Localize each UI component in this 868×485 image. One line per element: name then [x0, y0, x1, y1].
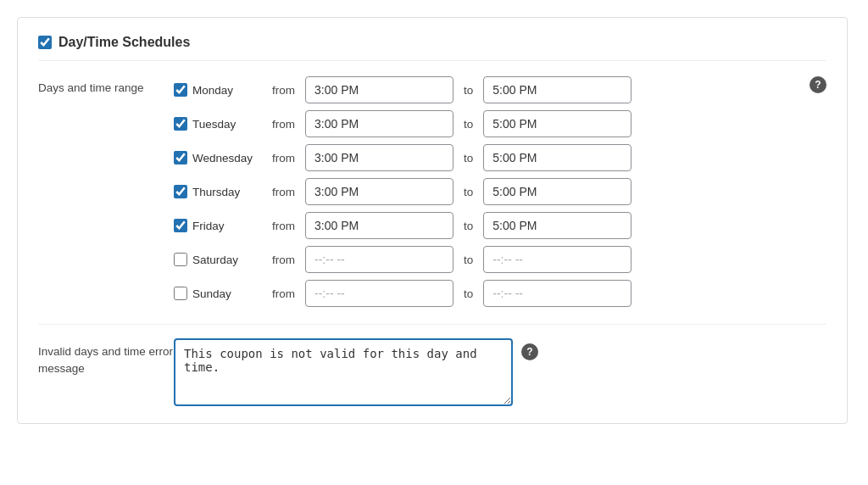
- from-label-monday: from: [272, 84, 295, 97]
- error-message-row: Invalid days and time error message ?: [38, 324, 826, 406]
- day-name-wednesday: Wednesday: [192, 152, 262, 164]
- from-label-saturday: from: [272, 254, 295, 266]
- section-title-label: Day/Time Schedules: [58, 35, 190, 50]
- from-input-sunday[interactable]: [305, 280, 453, 307]
- from-label-thursday: from: [272, 186, 295, 198]
- day-name-monday: Monday: [192, 84, 262, 97]
- to-input-tuesday[interactable]: [483, 110, 632, 137]
- day-checkbox-thursday[interactable]: [174, 185, 187, 198]
- day-checkbox-monday[interactable]: [174, 83, 187, 97]
- day-row-monday: Mondayfromto: [174, 76, 803, 103]
- day-time-schedules-card: Day/Time Schedules Days and time range M…: [17, 17, 848, 424]
- error-help-icon[interactable]: ?: [521, 343, 538, 360]
- day-name-saturday: Saturday: [192, 254, 262, 266]
- from-input-wednesday[interactable]: [305, 144, 453, 171]
- days-time-range-row: Days and time range MondayfromtoTuesdayf…: [38, 76, 826, 307]
- day-name-friday: Friday: [192, 220, 262, 232]
- to-label-saturday: to: [464, 254, 473, 266]
- from-input-tuesday[interactable]: [305, 110, 453, 137]
- to-input-thursday[interactable]: [483, 178, 632, 205]
- day-checkbox-sunday[interactable]: [174, 287, 187, 300]
- day-checkbox-friday[interactable]: [174, 219, 187, 232]
- from-label-sunday: from: [272, 287, 295, 300]
- to-label-friday: to: [464, 220, 473, 232]
- from-label-friday: from: [272, 220, 295, 232]
- days-with-help: MondayfromtoTuesdayfromtoWednesdayfromto…: [174, 76, 826, 307]
- from-input-monday[interactable]: [305, 76, 453, 103]
- to-label-wednesday: to: [464, 152, 473, 164]
- from-label-tuesday: from: [272, 118, 295, 131]
- from-input-friday[interactable]: [305, 212, 453, 239]
- days-help-icon[interactable]: ?: [810, 76, 826, 93]
- to-label-monday: to: [464, 84, 473, 97]
- day-checkbox-saturday[interactable]: [174, 253, 187, 266]
- day-row-wednesday: Wednesdayfromto: [174, 144, 803, 171]
- to-input-sunday[interactable]: [483, 280, 632, 307]
- day-checkbox-tuesday[interactable]: [174, 117, 187, 131]
- days-grid: MondayfromtoTuesdayfromtoWednesdayfromto…: [174, 76, 803, 307]
- day-name-thursday: Thursday: [192, 186, 262, 198]
- section-title: Day/Time Schedules: [38, 35, 826, 61]
- from-input-saturday[interactable]: [305, 246, 453, 273]
- to-input-saturday[interactable]: [483, 246, 632, 273]
- from-input-thursday[interactable]: [305, 178, 453, 205]
- day-checkbox-wednesday[interactable]: [174, 151, 187, 164]
- to-label-sunday: to: [464, 287, 473, 300]
- to-label-thursday: to: [464, 186, 473, 198]
- day-row-tuesday: Tuesdayfromto: [174, 110, 803, 137]
- day-name-sunday: Sunday: [192, 287, 262, 300]
- to-input-monday[interactable]: [483, 76, 632, 103]
- to-label-tuesday: to: [464, 118, 473, 131]
- to-input-wednesday[interactable]: [483, 144, 632, 171]
- day-name-tuesday: Tuesday: [192, 118, 262, 131]
- day-row-saturday: Saturdayfromto: [174, 246, 803, 273]
- from-label-wednesday: from: [272, 152, 295, 164]
- day-row-friday: Fridayfromto: [174, 212, 803, 239]
- to-input-friday[interactable]: [483, 212, 632, 239]
- error-message-textarea[interactable]: [174, 338, 513, 406]
- day-row-sunday: Sundayfromto: [174, 280, 803, 307]
- section-enable-checkbox[interactable]: [38, 36, 52, 49]
- error-message-label: Invalid days and time error message: [38, 338, 174, 378]
- days-time-range-label: Days and time range: [38, 76, 174, 94]
- day-row-thursday: Thursdayfromto: [174, 178, 803, 205]
